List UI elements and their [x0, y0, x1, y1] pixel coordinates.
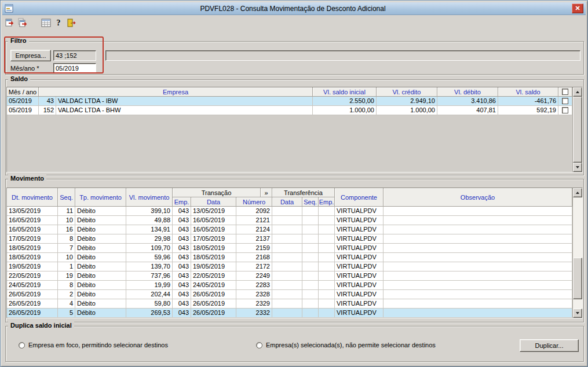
cell-tp-movimento: Débito: [75, 244, 126, 253]
cell-seq: 1: [58, 262, 75, 271]
radio-option-empresa-foco-label: Empresa em foco, permitindo selecionar d…: [28, 342, 168, 348]
cell-transacao-emp: 043: [173, 262, 191, 271]
movimento-row[interactable]: 16/05/2019 10 Débito 49,88 043 16/05/201…: [7, 216, 572, 225]
select-all-checkbox[interactable]: [562, 89, 568, 95]
cell-credito: 1.000,00: [377, 106, 437, 115]
saldo-scroll-thumb[interactable]: [573, 97, 582, 163]
empresa-value-field[interactable]: 43 ;152: [53, 50, 96, 61]
row-checkbox[interactable]: [562, 107, 568, 113]
col-header-mes-ano[interactable]: Mês / ano: [7, 87, 39, 97]
col-header-select-all[interactable]: [558, 87, 572, 97]
movimento-scroll-down-button[interactable]: [573, 309, 582, 318]
movimento-row[interactable]: 18/05/2019 7 Débito 109,70 043 18/05/201…: [7, 244, 572, 253]
movimento-row[interactable]: 24/05/2019 8 Débito 19,99 043 24/05/2019…: [7, 281, 572, 290]
cell-transacao-numero: 2168: [236, 253, 272, 262]
movimento-row[interactable]: 26/05/2019 4 Débito 59,80 043 26/05/2019…: [7, 299, 572, 309]
toolbar-button-exit[interactable]: [65, 17, 78, 30]
cell-dt-movimento: 17/05/2019: [7, 234, 58, 244]
toolbar-button-transfer[interactable]: [3, 17, 16, 30]
movimento-row[interactable]: 19/05/2019 1 Débito 139,70 043 19/05/201…: [7, 262, 572, 271]
cell-transacao-data: 26/05/2019: [191, 290, 236, 299]
col-header-transferencia-data[interactable]: Data: [272, 197, 302, 207]
empresa-descricao-field[interactable]: [105, 50, 580, 61]
empresa-button[interactable]: Empresa...: [10, 50, 51, 61]
cell-tp-movimento: Débito: [75, 234, 126, 244]
movimento-row[interactable]: 18/05/2019 10 Débito 59,96 043 18/05/201…: [7, 253, 572, 262]
radio-icon[interactable]: [19, 342, 25, 348]
cell-componente: VIRTUALPDV: [335, 207, 384, 216]
col-header-transferencia-emp[interactable]: Emp.: [319, 197, 335, 207]
col-header-transferencia-seq[interactable]: Seq.: [302, 197, 319, 207]
saldo-scrollbar[interactable]: [572, 87, 582, 172]
cell-dt-movimento: 24/05/2019: [7, 281, 58, 290]
movimento-row[interactable]: 22/05/2019 19 Débito 737,96 043 22/05/20…: [7, 271, 572, 281]
radio-option-empresas-selecionadas-label: Empresa(s) selecionada(s), não permite s…: [266, 342, 436, 348]
mes-ano-input[interactable]: 05/2019: [53, 63, 96, 74]
col-header-transacao-emp[interactable]: Emp.: [173, 197, 191, 207]
cell-transferencia-data: [272, 281, 302, 290]
cell-dt-movimento: 26/05/2019: [7, 299, 58, 309]
saldo-scroll-up-button[interactable]: [573, 87, 582, 97]
col-header-transacao-numero[interactable]: Número: [236, 197, 272, 207]
col-header-observacao[interactable]: Observação: [384, 188, 572, 207]
movimento-scroll-thumb[interactable]: [573, 258, 582, 299]
movimento-row[interactable]: 17/05/2019 8 Débito 29,98 043 17/05/2019…: [7, 234, 572, 244]
close-button[interactable]: ✕: [572, 3, 583, 13]
col-header-saldo-inicial[interactable]: Vl. saldo inicial: [313, 87, 377, 97]
row-checkbox[interactable]: [562, 98, 568, 104]
movimento-row[interactable]: 13/05/2019 11 Débito 399,10 043 13/05/20…: [7, 207, 572, 216]
toolbar-button-transfer-all[interactable]: [16, 17, 29, 30]
saldo-row[interactable]: 05/2019 152 VALDAC LTDA - BHW 1.000,00 1…: [7, 106, 572, 115]
duplicar-button[interactable]: Duplicar...: [520, 339, 579, 352]
col-header-transacao-data[interactable]: Data: [191, 197, 236, 207]
col-header-componente[interactable]: Componente: [335, 188, 384, 207]
cell-componente: VIRTUALPDV: [335, 234, 384, 244]
cell-seq: 5: [58, 309, 75, 318]
cell-observacao: [384, 281, 572, 290]
cell-transacao-data: 18/05/2019: [191, 244, 236, 253]
cell-tp-movimento: Débito: [75, 271, 126, 281]
saldo-scroll-down-button[interactable]: [573, 163, 582, 172]
duplica-legend: Duplica saldo inicial: [8, 322, 74, 329]
cell-transferencia-data: [272, 299, 302, 309]
col-header-tp-movimento[interactable]: Tp. movimento: [75, 188, 126, 207]
cell-transacao-data: 16/05/2019: [191, 225, 236, 234]
cell-transferencia-data: [272, 225, 302, 234]
movimento-scroll-up-button[interactable]: [573, 188, 582, 197]
cell-mes-ano: 05/2019: [7, 106, 39, 115]
cell-transacao-numero: 2332: [236, 309, 272, 318]
radio-option-empresas-selecionadas[interactable]: Empresa(s) selecionada(s), não permite s…: [256, 342, 436, 348]
movimento-row[interactable]: 26/05/2019 5 Débito 269,53 043 26/05/201…: [7, 309, 572, 318]
col-header-transferencia: Transferência: [272, 188, 335, 197]
toolbar-button-grid[interactable]: [39, 17, 52, 30]
movimento-row[interactable]: 16/05/2019 16 Débito 134,91 043 16/05/20…: [7, 225, 572, 234]
movimento-row[interactable]: 26/05/2019 2 Débito 202,44 043 26/05/201…: [7, 290, 572, 299]
radio-icon[interactable]: [256, 342, 262, 348]
col-header-debito[interactable]: Vl. débito: [437, 87, 498, 97]
expand-columns-button[interactable]: »: [261, 188, 272, 197]
col-header-credito[interactable]: Vl. crédito: [377, 87, 437, 97]
cell-dt-movimento: 13/05/2019: [7, 207, 58, 216]
col-header-seq[interactable]: Seq.: [58, 188, 75, 207]
saldo-row[interactable]: 05/2019 43 VALDAC LTDA - IBW 2.550,00 2.…: [7, 97, 572, 106]
movimento-scrollbar[interactable]: [572, 188, 582, 318]
cell-dt-movimento: 16/05/2019: [7, 216, 58, 225]
cell-transferencia-emp: [319, 271, 335, 281]
col-header-empresa[interactable]: Empresa: [39, 87, 313, 97]
col-header-saldo[interactable]: Vl. saldo: [498, 87, 558, 97]
cell-seq: 11: [58, 207, 75, 216]
title-bar[interactable]: PDVFL028 - Consulta Movimentação de Desc…: [2, 2, 586, 15]
cell-transferencia-seq: [302, 262, 319, 271]
cell-vl-movimento: 139,70: [126, 262, 173, 271]
scroll-up-icon: [576, 192, 579, 194]
col-header-vl-movimento[interactable]: Vl. movimento: [126, 188, 173, 207]
col-header-dt-movimento[interactable]: Dt. movimento: [7, 188, 58, 207]
movimento-table-main: Dt. movimento Seq. Tp. movimento Vl. mov…: [7, 188, 572, 318]
cell-transacao-data: 18/05/2019: [191, 253, 236, 262]
toolbar-button-help[interactable]: ?: [52, 17, 65, 30]
radio-option-empresa-foco[interactable]: Empresa em foco, permitindo selecionar d…: [19, 342, 168, 348]
cell-transacao-emp: 043: [173, 271, 191, 281]
cell-componente: VIRTUALPDV: [335, 244, 384, 253]
grid-icon: [41, 18, 51, 29]
cell-tp-movimento: Débito: [75, 253, 126, 262]
